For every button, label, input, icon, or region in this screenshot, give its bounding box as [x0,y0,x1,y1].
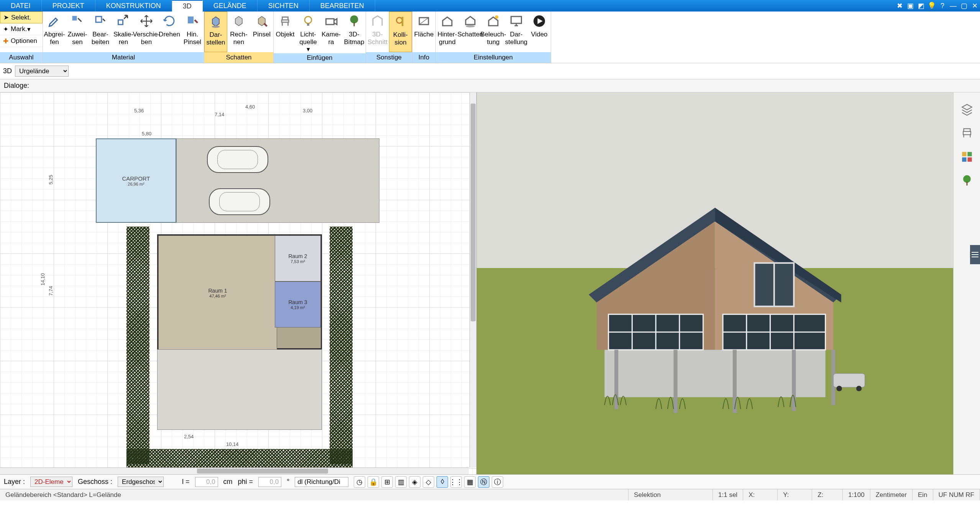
car-icon [209,188,270,215]
svg-point-9 [350,15,358,23]
svg-point-11 [397,18,402,23]
clock-icon[interactable]: ◷ [354,476,365,488]
menu-tab-gelaende[interactable]: GELÄNDE [203,0,258,12]
menu-bar: DATEI PROJEKT KONSTRUKTION 3D GELÄNDE SI… [0,0,980,12]
status-y: Y: [778,489,812,500]
skalieren-button[interactable]: Skalie-ren [112,12,135,52]
video-button[interactable]: Video [528,12,551,52]
mark-button[interactable]: ✦Mark.▾ [0,23,43,35]
options-button[interactable]: ✚Optionen [0,35,43,47]
svg-rect-2 [118,20,123,25]
menu-tab-konstruktion[interactable]: KONSTRUKTION [95,0,172,12]
sub-toolbar: 3D Urgelände [0,63,980,79]
room-1: Raum 147,46 m² [158,235,277,350]
plants-icon[interactable] [959,173,975,188]
terrace [157,349,322,430]
3dschnitt-button[interactable]: 3D-Schnitt [366,12,389,52]
darstellung-button[interactable]: Dar-stellung [505,12,528,52]
group-label-einstellungen: Einstellungen [436,52,551,63]
pinsel-button[interactable]: Pinsel [250,12,273,52]
diamond-icon[interactable]: ◈ [409,476,420,488]
carport: CARPORT 26,96 m² [96,138,176,223]
svg-point-48 [963,175,971,183]
kollision-button[interactable]: Kolli-sion [389,12,412,52]
darstellen-button[interactable]: Dar-stellen [204,12,227,52]
floor-plan: 7,14 5,36 4,60 3,00 5,80 5,25 7,74 14,10… [34,96,418,468]
ribbon-group-einstellungen: Hinter-grund Schatten Beleuch-tung Dar-s… [436,12,551,63]
house-3d-render [543,184,886,421]
zuweisen-button[interactable]: Zuwei-sen [66,12,89,52]
titlebar-close-icon[interactable]: ✕ [969,0,980,12]
horizontal-scrollbar[interactable] [0,467,469,474]
menu-tab-projekt[interactable]: PROJEKT [42,0,95,12]
menu-tab-bearbeiten[interactable]: BEARBEITEN [310,0,375,12]
hinpinsel-button[interactable]: Hin.Pinsel [181,12,204,52]
length-input[interactable] [195,477,218,487]
scroll-thumb[interactable] [471,104,476,321]
floor-label: Geschoss : [78,478,112,486]
drehen-button[interactable]: Drehen [158,12,181,52]
dim-label: 3,00 [303,108,312,114]
layer-dropdown[interactable]: 2D-Element [30,477,72,487]
vertical-scrollbar[interactable] [469,92,476,467]
menu-tab-3d[interactable]: 3D [172,0,203,12]
flaeche-button[interactable]: Fläche [412,12,435,52]
svg-rect-40 [833,373,865,387]
beleuchtung-button[interactable]: Beleuch-tung [482,12,505,52]
panel-handle[interactable] [970,245,980,264]
dots-icon[interactable]: ⋮⋮ [450,476,462,488]
titlebar-lightbulb-icon[interactable]: 💡 [926,0,937,12]
room-2: Raum 27,53 m² [275,235,321,281]
snap-icon[interactable]: ⊞ [381,476,393,488]
info-icon[interactable]: ⓘ [492,476,503,488]
phi-unit: ° [287,478,289,486]
titlebar-minimize-icon[interactable]: — [948,0,959,12]
titlebar-tool-icon[interactable]: ✖ [894,0,905,12]
rechnen-button[interactable]: Rech-nen [227,12,250,52]
titlebar-help-icon[interactable]: ? [937,0,948,12]
view-3d[interactable] [477,92,953,474]
svg-rect-1 [96,16,102,22]
house-shadow-icon [463,14,478,28]
grid-icon[interactable]: ▦ [464,476,476,488]
camera-icon [324,14,338,28]
floor-dropdown[interactable]: Erdgeschoss [118,477,164,487]
svg-rect-10 [354,22,355,26]
diamond2-icon[interactable]: ◇ [423,476,434,488]
phi-input[interactable] [258,477,281,487]
abgreifen-button[interactable]: Abgrei-fen [43,12,66,52]
kamera-button[interactable]: Kame-ra [320,12,343,53]
lock-icon[interactable]: 🔒 [368,476,379,488]
direction-input[interactable] [295,477,348,487]
titlebar-window-icon[interactable]: ▣ [905,0,916,12]
select-button[interactable]: ➤Selekt. [0,12,43,23]
menu-tab-datei[interactable]: DATEI [0,0,42,12]
materials-icon[interactable] [959,149,975,165]
bearbeiten-button[interactable]: Bear-beiten [89,12,112,52]
lichtquelle-button[interactable]: Licht-quelle ▾ [297,12,320,53]
svg-rect-43 [963,132,971,135]
verschieben-button[interactable]: Verschie-ben [135,12,158,52]
chair-icon [278,14,292,28]
status-selektion: Selektion [629,489,713,500]
hintergrund-button[interactable]: Hinter-grund [436,12,459,52]
layer-icon[interactable]: ▥ [395,476,407,488]
layer-select[interactable]: Urgelände [15,66,69,77]
svg-rect-3 [188,16,194,23]
view-2d[interactable]: 7,14 5,36 4,60 3,00 5,80 5,25 7,74 14,10… [0,92,477,474]
schatten-button[interactable]: Schatten [459,12,482,52]
svg-point-4 [212,26,220,28]
titlebar-screenshot-icon[interactable]: ◩ [916,0,926,12]
menu-tab-sichten[interactable]: SICHTEN [258,0,310,12]
furniture-icon[interactable] [959,125,975,141]
3dbitmap-button[interactable]: 3D-Bitmap [343,12,366,53]
plane-icon[interactable]: ◊ [437,476,448,488]
svg-rect-0 [72,16,77,21]
titlebar-maximize-icon[interactable]: ▢ [959,0,969,12]
layers-icon[interactable] [959,102,975,117]
scroll-thumb[interactable] [197,469,328,474]
workspace: 7,14 5,36 4,60 3,00 5,80 5,25 7,74 14,10… [0,92,980,474]
objekt-button[interactable]: Objekt [274,12,297,53]
dialog-label: Dialoge: [4,82,29,90]
north-icon[interactable]: Ⓝ [478,476,489,488]
